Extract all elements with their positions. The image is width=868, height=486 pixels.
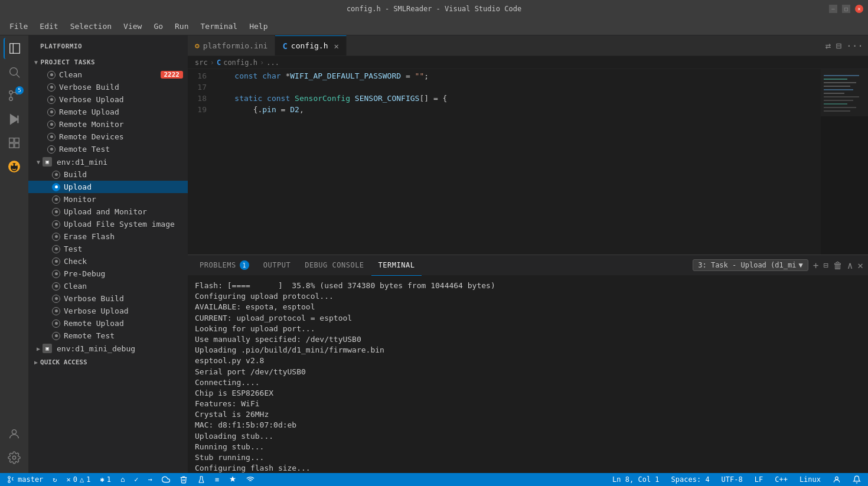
git-branch-item[interactable]: master [5,475,45,484]
activity-run[interactable] [4,109,25,130]
terminal-trash-button[interactable]: 🗑 [833,260,843,271]
terminal-line: Running stub... [195,442,861,452]
position-item[interactable]: Ln 8, Col 1 [610,475,661,484]
notifications-item[interactable] [850,475,863,484]
tab-layout-icon[interactable]: ⊟ [836,40,841,51]
env-d1-mini-debug-header[interactable]: ▶ ▣ env:d1_mini_debug [28,342,188,355]
env-debug-chevron-icon: ▶ [37,345,40,352]
sidebar-item-remote-test-top[interactable]: Remote Test [28,143,188,155]
os-item[interactable]: Linux [797,475,823,484]
sidebar-item-remote-upload-top[interactable]: Remote Upload [28,106,188,118]
broadcast-item[interactable] [244,475,257,484]
sidebar-item-pre-debug[interactable]: Pre-Debug [28,268,188,280]
item-circle-icon [52,270,60,278]
tab-platformio-ini[interactable]: ⚙ platformio.ini [188,35,275,56]
svg-point-16 [12,430,16,434]
terminal-line: Crystal is 26MHz [195,409,861,420]
close-button[interactable]: ✕ [855,5,863,13]
terminal-add-button[interactable]: + [813,260,819,271]
arrow-item[interactable]: → [145,475,154,484]
sidebar-item-upload-and-monitor[interactable]: Upload and Monitor [28,206,188,218]
item-circle-icon [52,257,60,266]
sidebar-item-clean[interactable]: Clean [28,280,188,292]
terminal-split-button[interactable]: ⊟ [823,260,828,270]
sidebar-item-erase-flash[interactable]: Erase Flash [28,230,188,243]
activity-extensions[interactable] [4,132,25,154]
sidebar-item-verbose-build[interactable]: Verbose Build [28,292,188,305]
tab-debug-console[interactable]: DEBUG CONSOLE [298,255,371,276]
tab-more-icon[interactable]: ··· [846,40,863,51]
terminal-selector-dropdown[interactable]: 3: Task - Upload (d1_mi ▼ [693,259,808,271]
activity-source-control[interactable]: 5 [4,85,25,106]
breadcrumb-symbol[interactable]: ... [266,58,279,67]
sidebar-item-remote-test[interactable]: Remote Test [28,330,188,342]
sidebar-item-verbose-upload-top[interactable]: Verbose Upload [28,93,188,106]
menu-file[interactable]: File [5,19,32,33]
menu-item-status[interactable]: ≡ [213,475,221,484]
errors-item[interactable]: ✕ 0 △ 1 [64,475,93,484]
code-editor[interactable]: 16 17 18 19 const char *WIFI_AP_DEFAULT_… [188,69,868,255]
sync-item[interactable]: ↻ [50,475,59,484]
tab-close-button[interactable]: ✕ [334,41,338,51]
quick-access-section[interactable]: ▶ QUICK ACCESS [28,355,188,368]
os-label: Linux [800,475,821,484]
tab-output[interactable]: OUTPUT [256,255,298,276]
terminal-content[interactable]: Flash: [==== ] 35.8% (used 374380 bytes … [188,276,868,473]
status-bar: master ↻ ✕ 0 △ 1 ✱ 1 ⌂ ✓ → [0,473,868,486]
menu-run[interactable]: Run [170,19,193,33]
line-ending-item[interactable]: LF [752,475,765,484]
menu-go[interactable]: Go [149,19,168,33]
language-item[interactable]: C++ [772,475,790,484]
sidebar-item-upload[interactable]: Upload [28,181,188,193]
sidebar-item-upload-fs[interactable]: Upload File System image [28,218,188,230]
sidebar-item-verbose-upload[interactable]: Verbose Upload [28,305,188,317]
activity-account[interactable] [4,423,25,445]
project-tasks-section[interactable]: ▼ PROJECT TASKS [28,55,188,69]
env-d1-mini-header[interactable]: ▼ ▣ env:d1_mini [28,155,188,168]
svg-point-15 [15,164,17,166]
activity-platformio[interactable] [4,156,25,177]
tab-terminal[interactable]: TERMINAL [371,255,422,276]
menu-edit[interactable]: Edit [35,19,63,33]
check-item[interactable]: ✓ [132,475,141,484]
sidebar-item-verbose-build-top[interactable]: Verbose Build [28,81,188,93]
pin-item[interactable] [226,475,239,484]
sidebar-item-remote-upload[interactable]: Remote Upload [28,317,188,330]
minimize-button[interactable]: — [829,5,837,13]
encoding-item[interactable]: UTF-8 [719,475,745,484]
flask-item[interactable] [195,475,208,484]
menu-help[interactable]: Help [244,19,272,33]
sidebar-item-clean-top[interactable]: Clean 2222 [28,69,188,81]
sidebar-item-remote-devices-top[interactable]: Remote Devices [28,131,188,143]
cloud-item[interactable] [159,475,172,484]
account-status-item[interactable] [830,475,843,484]
maximize-button[interactable]: □ [842,5,850,13]
breadcrumb-file[interactable]: config.h [223,58,257,67]
tab-problems[interactable]: PROBLEMS 1 [192,255,256,276]
item-circle-icon [47,108,56,116]
warnings-icon: △ [80,475,84,484]
home-item[interactable]: ⌂ [118,475,127,484]
menu-selection[interactable]: Selection [66,19,116,33]
menu-terminal[interactable]: Terminal [196,19,243,33]
code-content[interactable]: const char *WIFI_AP_DEFAULT_PASSWORD = "… [211,69,821,255]
activity-explorer[interactable] [4,38,25,59]
sidebar-item-build[interactable]: Build [28,168,188,181]
workers-item[interactable]: ✱ 1 [98,475,113,484]
tab-config-h[interactable]: C config.h ✕ [275,35,347,56]
terminal-close-button[interactable]: ✕ [857,260,863,271]
clean-badge: 2222 [161,71,184,79]
activity-search[interactable] [4,61,25,83]
sidebar-item-check[interactable]: Check [28,255,188,268]
sidebar-item-monitor[interactable]: Monitor [28,193,188,206]
terminal-collapse-button[interactable]: ∧ [847,260,853,271]
breadcrumb-src[interactable]: src [195,58,208,67]
trash-item[interactable] [177,475,190,484]
sidebar-item-test[interactable]: Test [28,243,188,255]
sidebar-item-remote-monitor-top[interactable]: Remote Monitor [28,118,188,131]
menu-view[interactable]: View [119,19,146,33]
activity-settings[interactable] [4,447,25,468]
config-h-icon: C [282,41,287,51]
tab-split-icon[interactable]: ⇄ [825,40,831,51]
spaces-item[interactable]: Spaces: 4 [669,475,712,484]
